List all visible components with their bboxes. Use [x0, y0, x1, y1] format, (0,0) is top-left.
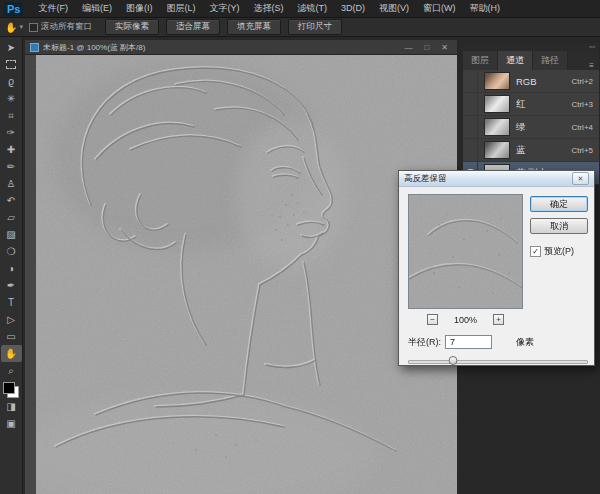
zoom-in-button[interactable]: + [493, 314, 504, 325]
ok-button[interactable]: 确定 [530, 196, 588, 212]
menu-item-6[interactable]: 滤镜(T) [290, 0, 334, 17]
hand-tool-icon: ✋ [5, 22, 17, 33]
pen-tool[interactable]: ✒ [1, 277, 22, 294]
dialog-title: 高反差保留 [404, 173, 447, 185]
radius-slider-thumb[interactable] [448, 356, 457, 365]
zoom-tool[interactable]: ⌕ [1, 362, 22, 379]
collapse-panels-icon[interactable]: ^^ [589, 45, 595, 51]
gradient-tool[interactable]: ▨ [1, 226, 22, 243]
quick-mask-toggle-icon: ◨ [6, 402, 15, 412]
options-button-3[interactable]: 打印尺寸 [288, 19, 342, 35]
visibility-toggle[interactable] [463, 139, 478, 161]
dodge-icon: ◑ [8, 264, 14, 274]
brush-tool[interactable]: ✏ [1, 158, 22, 175]
shape-tool[interactable]: ▭ [1, 328, 22, 345]
quick-mask-toggle[interactable]: ◨ [1, 398, 22, 415]
channel-shortcut: Ctrl+4 [571, 123, 599, 132]
zoom-level: 100% [454, 315, 477, 325]
brush-icon: ✏ [7, 162, 15, 172]
menu-item-3[interactable]: 图层(L) [159, 0, 202, 17]
menu-item-1[interactable]: 编辑(E) [75, 0, 119, 17]
preview-checkbox-row: ✓ 预览(P) [530, 245, 574, 258]
menu-item-4[interactable]: 文字(Y) [202, 0, 246, 17]
close-button[interactable]: ✕ [437, 43, 452, 52]
panel-tabs: 图层 通道 路径 ≡ [463, 52, 599, 70]
options-button-0[interactable]: 实际像素 [105, 19, 159, 35]
channel-row-1[interactable]: 红Ctrl+3 [463, 93, 599, 116]
menu-item-0[interactable]: 文件(F) [31, 0, 75, 17]
menu-bar: Ps 文件(F)编辑(E)图像(I)图层(L)文字(Y)选择(S)滤镜(T)3D… [0, 0, 600, 18]
eraser-tool[interactable]: ▱ [1, 209, 22, 226]
history-brush-tool[interactable]: ↶ [1, 192, 22, 209]
channel-thumbnail [484, 95, 510, 113]
color-swatches[interactable] [3, 382, 19, 398]
type-tool[interactable]: T [1, 294, 22, 311]
eraser-icon: ▱ [7, 213, 15, 223]
canvas-image[interactable] [36, 55, 457, 494]
hand-tool[interactable]: ✋ [1, 345, 22, 362]
move-icon: ➤ [7, 43, 15, 53]
document-title: 未标题-1 @ 100%(蓝 副本/8) [43, 42, 396, 53]
screen-mode-toggle-icon: ▣ [6, 419, 15, 429]
tab-paths[interactable]: 路径 [533, 51, 568, 70]
menu-item-10[interactable]: 帮助(H) [462, 0, 507, 17]
dialog-close-icon[interactable]: ✕ [572, 172, 589, 185]
marquee-tool[interactable] [1, 56, 22, 73]
blur-tool[interactable]: ❍ [1, 243, 22, 260]
menu-item-2[interactable]: 图像(I) [119, 0, 160, 17]
channel-row-0[interactable]: RGBCtrl+2 [463, 70, 599, 93]
menu-items: 文件(F)编辑(E)图像(I)图层(L)文字(Y)选择(S)滤镜(T)3D(D)… [31, 0, 507, 17]
menu-item-5[interactable]: 选择(S) [246, 0, 290, 17]
quick-selection-tool[interactable]: ✳ [1, 90, 22, 107]
channel-row-2[interactable]: 绿Ctrl+4 [463, 116, 599, 139]
foreground-color-swatch[interactable] [3, 382, 15, 394]
clone-stamp-tool[interactable]: ♙ [1, 175, 22, 192]
preview-image [409, 195, 523, 309]
healing-brush-tool[interactable]: ✚ [1, 141, 22, 158]
menu-item-7[interactable]: 3D(D) [334, 0, 372, 17]
options-button-1[interactable]: 适合屏幕 [166, 19, 220, 35]
healing-brush-icon: ✚ [7, 145, 15, 155]
move-tool[interactable]: ➤ [1, 39, 22, 56]
tab-channels[interactable]: 通道 [498, 51, 533, 70]
radius-slider-track[interactable] [408, 360, 588, 364]
tab-layers[interactable]: 图层 [463, 51, 498, 70]
channel-shortcut: Ctrl+5 [571, 146, 599, 155]
zoom-out-button[interactable]: − [427, 314, 438, 325]
crop-tool[interactable]: ⌗ [1, 107, 22, 124]
options-button-2[interactable]: 填充屏幕 [227, 19, 281, 35]
maximize-button[interactable]: □ [420, 43, 433, 52]
channel-shortcut: Ctrl+3 [571, 100, 599, 109]
radius-row: 半径(R): 7 像素 [408, 335, 534, 349]
minimize-button[interactable]: — [400, 43, 416, 52]
panel-menu-icon[interactable]: ≡ [589, 61, 599, 70]
filter-preview[interactable] [408, 194, 523, 309]
high-pass-dialog: 高反差保留 ✕ 确定 取消 ✓ 预览(P) − 100% + [398, 170, 595, 366]
eyedropper-tool[interactable]: ✑ [1, 124, 22, 141]
preview-checkbox[interactable]: ✓ [530, 246, 541, 257]
visibility-toggle[interactable] [463, 93, 478, 115]
type-icon: T [8, 298, 14, 308]
cancel-button[interactable]: 取消 [530, 218, 588, 234]
menu-item-8[interactable]: 视图(V) [372, 0, 416, 17]
history-brush-icon: ↶ [7, 196, 15, 206]
canvas-area[interactable] [25, 55, 457, 494]
visibility-toggle[interactable] [463, 70, 478, 92]
dodge-tool[interactable]: ◑ [1, 260, 22, 277]
visibility-toggle[interactable] [463, 116, 478, 138]
radius-slider[interactable] [408, 356, 586, 366]
screen-mode-toggle[interactable]: ▣ [1, 415, 22, 432]
channel-row-3[interactable]: 蓝Ctrl+5 [463, 139, 599, 162]
scroll-all-windows-checkbox[interactable] [29, 23, 38, 32]
menu-item-9[interactable]: 窗口(W) [416, 0, 463, 17]
chevron-down-icon[interactable]: ▾ [19, 23, 23, 31]
radius-input[interactable]: 7 [445, 335, 492, 349]
lasso-icon: ϱ [8, 77, 14, 87]
channels-panel: ^^ 图层 通道 路径 ≡ RGBCtrl+2红Ctrl+3绿Ctrl+4蓝Ct… [462, 42, 600, 186]
path-selection-tool[interactable]: ▷ [1, 311, 22, 328]
preview-checkbox-label: 预览(P) [544, 245, 574, 258]
eyedropper-icon: ✑ [7, 128, 15, 138]
dialog-titlebar[interactable]: 高反差保留 ✕ [399, 171, 594, 187]
lasso-tool[interactable]: ϱ [1, 73, 22, 90]
document-titlebar[interactable]: 未标题-1 @ 100%(蓝 副本/8) — □ ✕ [25, 40, 457, 55]
